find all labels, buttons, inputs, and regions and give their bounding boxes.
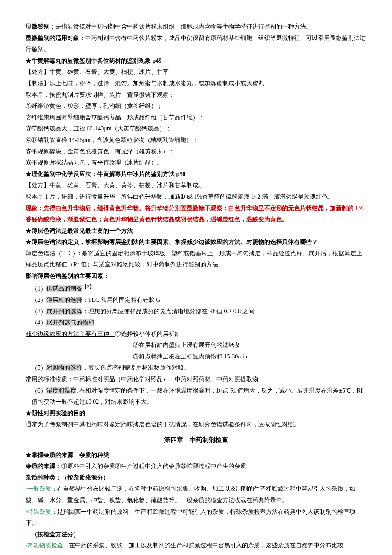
para-standards: 常用的标准物质：中药标准对照品（中药化学对照品）、中药对照药材、中药对照提取物 [26, 374, 366, 385]
text-microscopic-def: 是指显微镜对中药制剂中含中药饮片粉末组织、细胞或内含物等生物学特征进行鉴别的一种… [55, 23, 312, 30]
text-sample-prep: 供试品的制备 [46, 285, 82, 292]
para-phenomenon: 现象：先得白色升华物后，继得黄色升华物。将升华物分别置显微镜下观察：白色升华物呈… [26, 203, 366, 225]
para-general-impurity: ·一般杂质：在自然界中分布比较广泛，在多种中药原料的采集、收购、加工以及制剂的生… [26, 483, 366, 506]
item-1: ①纤维淡黄色，梭形，壁厚，孔沟细（黄芩纤维）； [26, 101, 366, 112]
text-special-desc: ：是指因某一中药制剂的原料、生产和贮藏过程中可能引入的杂质，特殊杂质检查方法在药… [26, 509, 355, 526]
para-observe: 取本品，按蜜丸制片要求制样、装片，置显微镜下观察： [26, 90, 366, 101]
text-edge-methods: 减少边缘效应的方法主要有三种： [26, 331, 115, 337]
heading-tlc-definition: ★薄层色谱法的定义，掌握影响薄层鉴别法的主要因素、掌握减少边缘效应的方法、对照物… [26, 237, 366, 248]
text-humidity-desc: : 在相对湿度恒定的条件下，一般在环境温度很高时，斑点 Rf 值增大，反之，减小… [32, 387, 363, 405]
heading-chemical-reaction: ★理化鉴别中化学反应法：牛黄解毒片中冰片的鉴别方法 p50 [26, 169, 366, 180]
item-5: ⑤不规则碎块，金黄色或橙黄色，有光泽（雄黄粉末）； [26, 146, 366, 158]
text-plate-desc: ：TLC 常用的固定相有硅胶 G. [82, 297, 162, 303]
colon-4: : [94, 319, 96, 326]
item-3: ③草酸钙簇晶大，直径 60-140μm（大黄草酸钙簇晶）； [26, 123, 366, 135]
text-standards-label: 常用的标准物质： [26, 376, 73, 382]
num-4: （4） [32, 319, 46, 326]
edge-method-2: ②在层析缸内壁贴上浸有展开剂的滤纸条 [26, 340, 366, 351]
para-impurity-source: 杂质的来源：①原料中引入的杂质②生产过程中介入的杂质③贮藏过程中产生的杂质 [26, 461, 366, 472]
text-routine-check: 常规物质检查 [27, 542, 63, 549]
heading-negative-control: ★阴性对照实验的目的 [26, 408, 366, 419]
num-1: （1） [32, 285, 46, 292]
num-6: （6） [32, 387, 46, 394]
label-microscopic-target: 显微鉴别的适用对象： [26, 35, 85, 41]
num-5: （5） [32, 364, 46, 371]
text-standards-list: 中药标准对照品（中药化学对照品）、中药对照药材、中药对照提取物 [73, 376, 258, 382]
label-impurity-source: 杂质的来源： [26, 463, 61, 469]
para-sublimation: 取本品 1 片，研细，进行微量升华，所得白色升华物，加新制成 1%香草醛的硫酸溶… [26, 191, 366, 203]
para-microscopic-def: 显微鉴别：是指显微镜对中药制剂中含中药饮片粉末组织、细胞或内含物等生物学特征进行… [26, 21, 366, 33]
heading-impurity-types: 杂质的种类：（按杂质来源分） [26, 472, 366, 484]
text-plate-select: 薄层板的选择 [46, 297, 82, 303]
heading-niuhuang-microscopic: ★牛黄解毒丸的显微鉴别中各位药材的鉴别现象 p49 [26, 55, 366, 67]
item-6: ⑥不规则片状结晶无色，有平直纹理（冰片结晶）。 [26, 157, 366, 169]
para-edge-effect: 减少边缘效应的方法主要有三种：①选择较小体积的层析缸 [26, 329, 366, 340]
num-2: （2） [32, 297, 46, 303]
factor-5: （5）对照物的选择：薄层色谱鉴别需要用标准物质作对照。 [26, 362, 366, 374]
text-impurity-source: ①原料中引入的杂质②生产过程中介入的杂质③贮藏过程中产生的杂质 [61, 463, 246, 469]
factor-1: （1）供试品的制备【2】 [26, 282, 366, 295]
text-solvent-desc: ：理想的分离应使样品成分的斑点清晰地分部在 [82, 308, 209, 315]
para-routine-check: ·常规物质检查：在中药的采集、收购、加工以及制剂的生产和贮藏过程中容易引入的杂质… [26, 540, 366, 552]
para-tlc-desc: 薄层色谱法（TLC）: 是将适宜的固定相涂布于玻璃板、塑料或铝基片上，形成一均匀… [26, 248, 366, 271]
edge-method-1: ①选择较小体积的层析缸 [115, 331, 181, 337]
factor-4: （4）展开剂蒸气的饱和: [26, 317, 366, 329]
label-microscopic: 显微鉴别： [26, 23, 55, 30]
text-rf-range: Rf 值 0.2-0.8 之间 [209, 308, 254, 315]
text-neg-underline: 阴性对照 [270, 421, 294, 428]
text-humidity-temp: 湿度和温度 [46, 387, 76, 394]
text-neg-desc: 通常为了考察制剂中其他药味对鉴定药味薄层色谱的干扰情况，在研究色谱试验条件时，应… [26, 421, 270, 428]
text-vapor-saturation: 展开剂蒸气的饱和 [46, 319, 94, 326]
heading-impurity: ★掌握杂质的来源、杂质的种类 [26, 450, 366, 461]
num-3: （3） [32, 308, 46, 315]
para-prescription-1: 【处方】牛黄、雄黄、石膏、大黄、桔梗、冰片、甘草 [26, 66, 366, 78]
heading-tlc-common: ★薄层色谱法是最常见最主要的一个方法 [26, 225, 366, 237]
para-special-impurity: ·特殊杂质：是指因某一中药制剂的原料、生产和贮藏过程中可能引入的杂质，特殊杂质检… [26, 506, 366, 529]
factor-6: （6）湿度和温度: 在相对湿度恒定的条件下，一般在环境温度很高时，斑点 Rf 值… [26, 385, 366, 408]
chapter-title: 第四章 中药制剂检查 [26, 434, 366, 446]
text-reference-desc: ：薄层色谱鉴别需要用标准物质作对照。 [82, 364, 190, 371]
text-special-impurity: 特殊杂质 [27, 509, 51, 515]
para-prescription-2: 【处方】牛黄、雄黄、石膏、大黄、黄芩、桔梗、冰片和甘草制成。 [26, 180, 366, 191]
para-negative-control: 通常为了考察制剂中其他药味对鉴定药味薄层色谱的干扰情况，在研究色谱试验条件时，应… [26, 419, 366, 431]
para-preparation: 【制法】以上七味，粉碎，过筛，混匀。加炼蜜与水制成水蜜丸，或加炼蜜制成小或大蜜丸 [26, 78, 366, 90]
text-general-desc: ：在自然界中分布比较广泛，在多种中药原料的采集、收购、加工以及制剂的生产和贮藏过… [26, 486, 355, 503]
text-reference-select: 对照物的选择 [46, 364, 82, 371]
heading-by-method: （按检查方法分） [26, 529, 366, 541]
text-solvent-select: 展开剂的选择 [46, 308, 82, 315]
text-general-impurity: 一般杂质 [27, 486, 51, 492]
para-microscopic-target: 显微鉴别的适用对象：中药制剂中含有中药饮片粉末，成品中仍保留有原药材某些细胞、组… [26, 33, 366, 55]
note-2: 【2】 [82, 284, 94, 289]
edge-method-3: ③将点样薄层板在层析缸内预饱和 15-30min [26, 351, 366, 363]
text-neg-period: 。 [294, 421, 300, 428]
item-2: ②纤维束周围薄壁细胞含草酸钙方晶，形成晶纤维（甘草晶纤维）； [26, 112, 366, 124]
factor-3: （3）展开剂的选择：理想的分离应使样品成分的斑点清晰地分部在 Rf 值 0.2-… [26, 306, 366, 318]
text-routine-desc: ：在中药的采集、收购、加工以及制剂的生产和贮藏过程中容易引入的杂质，这些杂质在自… [63, 542, 343, 549]
item-4: ④联结乳管直径 14-25μm，含淡黄色颗粒状物（桔梗乳管细胞）； [26, 135, 366, 146]
heading-tlc-factors: 影响薄层色谱鉴别的主要因素： [26, 271, 366, 282]
factor-2: （2）薄层板的选择：TLC 常用的固定相有硅胶 G. [26, 295, 366, 306]
